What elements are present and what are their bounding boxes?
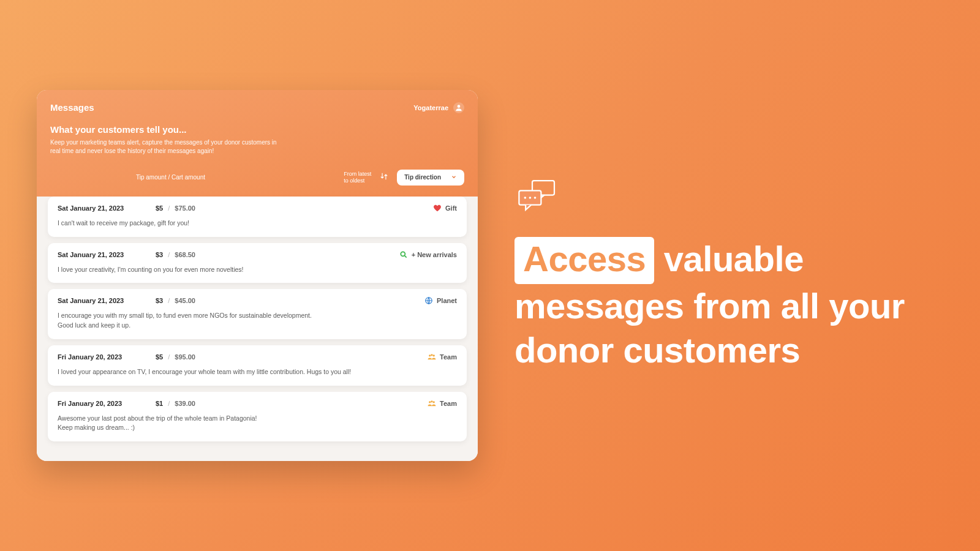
svg-point-13 (534, 197, 537, 199)
sort-swap-icon[interactable] (380, 172, 388, 183)
svg-point-11 (524, 197, 527, 199)
message-item[interactable]: Fri January 20, 2023 $5 / $95.00 Team I … (48, 345, 467, 386)
chevron-down-icon (451, 174, 457, 181)
svg-point-1 (401, 252, 405, 256)
message-item[interactable]: Fri January 20, 2023 $1 / $39.00 Team Aw… (48, 392, 467, 442)
headline: Access valuable messages from all your d… (514, 237, 943, 373)
tag-label: Team (440, 400, 457, 407)
message-tag: Gift (433, 204, 457, 212)
tip-amount: $5 (156, 353, 163, 361)
message-body: I encourage you with my small tip, to fu… (58, 311, 457, 331)
team-icon (428, 399, 436, 408)
svg-point-4 (431, 354, 432, 356)
message-body: I love your creativity, I'm counting on … (58, 265, 457, 275)
message-date: Sat January 21, 2023 (58, 204, 156, 212)
tip-amount: $3 (156, 251, 163, 258)
avatar-icon (453, 102, 464, 113)
message-tag: Team (428, 353, 457, 361)
svg-point-12 (529, 197, 532, 199)
tip-amount: $3 (156, 297, 163, 304)
heart-icon (433, 204, 442, 212)
tip-amount: $5 (156, 204, 163, 212)
promo-copy: Access valuable messages from all your d… (514, 178, 943, 373)
headline-highlight: Access (514, 237, 654, 284)
cart-amount: $45.00 (175, 297, 195, 304)
message-tag: Team (428, 399, 457, 408)
svg-point-3 (429, 354, 431, 356)
user-name: Yogaterrae (413, 104, 448, 111)
message-date: Fri January 20, 2023 (58, 400, 156, 407)
cart-amount: $68.50 (175, 251, 195, 258)
message-amounts: $1 / $39.00 (156, 400, 195, 407)
tip-direction-dropdown[interactable]: Tip direction (397, 170, 464, 186)
message-amounts: $3 / $68.50 (156, 251, 195, 258)
description: Keep your marketing teams alert, capture… (50, 138, 283, 156)
cart-amount: $39.00 (175, 400, 195, 407)
tag-label: Planet (437, 297, 457, 304)
tag-label: Gift (445, 204, 457, 212)
svg-point-6 (429, 401, 431, 403)
message-list: Sat January 21, 2023 $5 / $75.00 Gift I … (37, 197, 478, 461)
message-date: Fri January 20, 2023 (58, 353, 156, 361)
svg-point-8 (433, 401, 435, 403)
team-icon (428, 353, 436, 361)
tip-direction-label: Tip direction (404, 174, 441, 181)
search-icon (399, 250, 408, 259)
message-body: Awesome your last post about the trip of… (58, 414, 457, 433)
message-tag: Planet (424, 296, 457, 305)
cart-amount: $95.00 (175, 353, 195, 361)
subtitle: What your customers tell you... (50, 124, 464, 135)
svg-point-5 (433, 354, 435, 356)
chat-bubbles-icon (516, 178, 943, 220)
cart-amount: $75.00 (175, 204, 195, 212)
message-item[interactable]: Sat January 21, 2023 $5 / $75.00 Gift I … (48, 197, 467, 237)
message-amounts: $5 / $95.00 (156, 353, 195, 361)
message-item[interactable]: Sat January 21, 2023 $3 / $68.50 + New a… (48, 243, 467, 283)
message-amounts: $5 / $75.00 (156, 204, 195, 212)
panel-header: Messages Yogaterrae What your customers … (37, 90, 478, 197)
message-body: I loved your appearance on TV, I encoura… (58, 367, 457, 377)
sort-order-label: From latest to oldest (344, 171, 371, 184)
svg-point-0 (458, 105, 461, 108)
message-tag: + New arrivals (399, 250, 457, 259)
message-date: Sat January 21, 2023 (58, 251, 156, 258)
globe-icon (424, 296, 433, 305)
tag-label: + New arrivals (412, 251, 457, 258)
tip-amount: $1 (156, 400, 163, 407)
message-date: Sat January 21, 2023 (58, 297, 156, 304)
svg-point-7 (431, 400, 432, 402)
user-chip[interactable]: Yogaterrae (413, 102, 464, 113)
columns-label: Tip amount / Cart amount (136, 174, 205, 181)
page-title: Messages (50, 102, 94, 113)
message-body: I can't wait to receive my package, gift… (58, 219, 457, 228)
message-amounts: $3 / $45.00 (156, 297, 195, 304)
messages-panel: Messages Yogaterrae What your customers … (37, 90, 478, 461)
tag-label: Team (440, 353, 457, 361)
message-item[interactable]: Sat January 21, 2023 $3 / $45.00 Planet … (48, 289, 467, 339)
